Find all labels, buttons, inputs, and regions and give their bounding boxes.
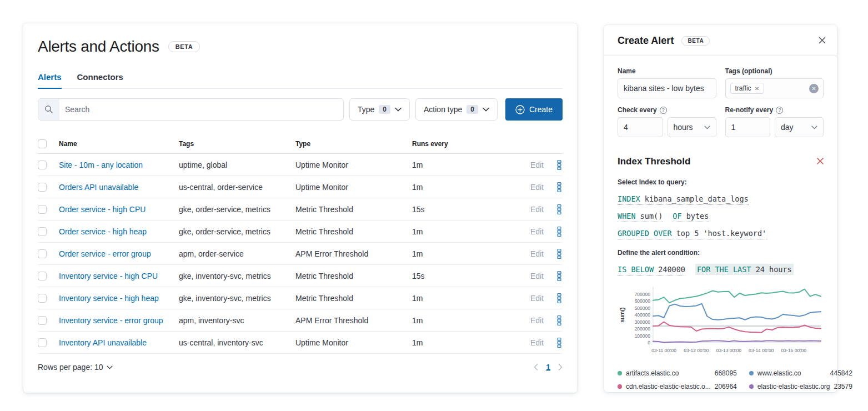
svg-text:600000: 600000 [635, 298, 651, 304]
remove-alert-type-icon[interactable] [817, 157, 824, 166]
previous-page-icon[interactable] [534, 364, 538, 370]
next-page-icon[interactable] [558, 364, 563, 370]
alert-type-title: Index Threshold [618, 156, 690, 167]
actions-menu-icon[interactable] [544, 159, 563, 171]
row-checkbox[interactable] [38, 316, 47, 325]
edit-link[interactable]: Edit [530, 249, 544, 258]
legend-item[interactable]: cdn.elastic-elastic-elastic.o... 206964 [618, 383, 737, 390]
legend-item[interactable]: www.elastic.co 445842 [749, 369, 852, 377]
alert-name-link[interactable]: Inventory API unavailable [59, 338, 147, 347]
renotify-value-field[interactable] [725, 117, 771, 137]
page-title: Alerts and Actions [38, 38, 159, 56]
chevron-down-icon [107, 365, 113, 369]
alert-name-link[interactable]: Order service - high heap [59, 227, 147, 236]
row-runs-every: 1m [412, 183, 518, 192]
create-alert-flyout: Create Alert BETA Name Tags (optional) t… [604, 25, 837, 392]
svg-text:200000: 200000 [635, 326, 651, 332]
row-tags: uptime, global [179, 161, 295, 169]
table-row: Inventory service - high heap gke, inven… [38, 287, 563, 309]
check-every-value-field[interactable] [618, 117, 663, 137]
remove-tag-icon[interactable]: ✕ [755, 86, 759, 92]
legend-item[interactable]: artifacts.elastic.co 668095 [618, 369, 737, 377]
time-window-expression[interactable]: FOR THE LAST 24 hours [695, 264, 794, 275]
search-input[interactable] [59, 105, 343, 114]
legend-dot-icon [618, 371, 622, 375]
row-type: Uptime Monitor [295, 338, 412, 347]
check-every-unit-select[interactable]: hours [668, 117, 716, 137]
select-all-checkbox[interactable] [38, 139, 47, 148]
index-expression[interactable]: INDEX kibana_sample_data_logs [618, 194, 749, 205]
row-checkbox[interactable] [38, 161, 47, 169]
actions-menu-icon[interactable] [544, 337, 563, 348]
help-icon[interactable]: ? [776, 107, 783, 114]
svg-text:500000: 500000 [635, 305, 651, 311]
create-button[interactable]: Create [505, 98, 563, 121]
edit-link[interactable]: Edit [530, 338, 544, 347]
alert-name-link[interactable]: Site - 10m - any location [59, 161, 143, 169]
alert-name-link[interactable]: Order service - high CPU [59, 205, 145, 214]
page-number[interactable]: 1 [546, 363, 550, 372]
name-field[interactable] [618, 78, 716, 98]
table-header-row: Name Tags Type Runs every [38, 134, 563, 154]
actions-menu-icon[interactable] [544, 182, 563, 193]
alert-name-link[interactable]: Order service - error group [59, 249, 151, 258]
svg-text:300000: 300000 [635, 319, 651, 325]
tab-connectors[interactable]: Connectors [77, 72, 123, 88]
table-row: Inventory API unavailable us-central, in… [38, 332, 563, 354]
alert-name-link[interactable]: Inventory service - high CPU [59, 272, 158, 280]
legend-value: 668095 [715, 369, 737, 377]
when-expression[interactable]: WHEN sum() [618, 212, 663, 222]
type-filter-label: Type [358, 105, 374, 114]
beta-badge: BETA [168, 41, 200, 52]
edit-link[interactable]: Edit [530, 294, 544, 303]
alert-name-link[interactable]: Inventory service - high heap [59, 294, 159, 303]
search-box[interactable] [38, 98, 344, 121]
row-checkbox[interactable] [38, 205, 47, 214]
threshold-expression[interactable]: IS BELOW 240000 [618, 265, 685, 275]
row-checkbox[interactable] [38, 338, 47, 347]
tag-pill: traffic ✕ [730, 83, 765, 94]
row-checkbox[interactable] [38, 227, 47, 236]
row-tags: gke, order-service, metrics [179, 205, 295, 214]
row-checkbox[interactable] [38, 294, 47, 303]
row-runs-every: 1m [412, 227, 518, 236]
tab-alerts[interactable]: Alerts [38, 72, 62, 88]
alerts-table: Name Tags Type Runs every Site - 10m - a… [38, 134, 563, 354]
row-type: Metric Threshold [295, 294, 412, 303]
actions-menu-icon[interactable] [544, 204, 563, 215]
legend-label: elastic-elastic-elastic.org [757, 383, 830, 390]
actions-menu-icon[interactable] [544, 293, 563, 304]
edit-link[interactable]: Edit [530, 227, 544, 236]
rows-per-page-button[interactable]: Rows per page: 10 [38, 363, 113, 372]
close-icon[interactable] [819, 36, 826, 46]
clear-tags-icon[interactable]: ✕ [809, 84, 819, 93]
row-type: APM Error Threshold [295, 249, 412, 258]
table-row: Inventory service - error group apm, inv… [38, 309, 563, 332]
actions-menu-icon[interactable] [544, 248, 563, 259]
legend-item[interactable]: elastic-elastic-elastic.org 23579 [749, 383, 852, 390]
type-filter-button[interactable]: Type 0 [349, 98, 410, 121]
action-type-filter-button[interactable]: Action type 0 [415, 98, 498, 121]
svg-text:400000: 400000 [635, 312, 651, 318]
tags-field[interactable]: traffic ✕ ✕ [725, 78, 824, 98]
actions-menu-icon[interactable] [544, 270, 563, 282]
edit-link[interactable]: Edit [530, 161, 544, 169]
alert-name-link[interactable]: Orders API unavailable [59, 183, 138, 192]
actions-menu-icon[interactable] [544, 315, 563, 326]
renotify-unit-select[interactable]: day [775, 117, 824, 137]
row-checkbox[interactable] [38, 249, 47, 258]
row-tags: gke, inventory-svc, metrics [179, 272, 295, 280]
alert-name-link[interactable]: Inventory service - error group [59, 316, 163, 325]
renotify-unit-value: day [781, 123, 794, 132]
row-checkbox[interactable] [38, 183, 47, 192]
edit-link[interactable]: Edit [530, 272, 544, 280]
column-header-name: Name [59, 140, 179, 148]
edit-link[interactable]: Edit [530, 205, 544, 214]
help-icon[interactable]: ? [660, 107, 667, 114]
edit-link[interactable]: Edit [530, 183, 544, 192]
of-expression[interactable]: OF bytes [673, 212, 709, 222]
actions-menu-icon[interactable] [544, 226, 563, 237]
row-checkbox[interactable] [38, 272, 47, 280]
edit-link[interactable]: Edit [530, 316, 544, 325]
grouped-expression[interactable]: GROUPED OVER top 5 'host.keyword' [618, 229, 766, 239]
